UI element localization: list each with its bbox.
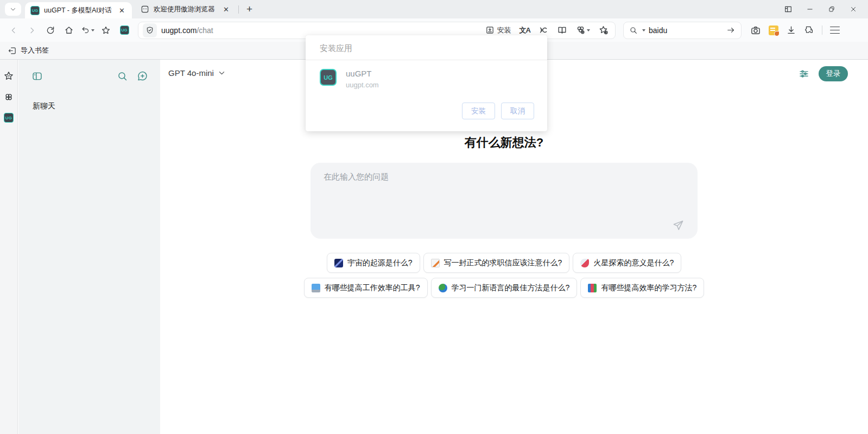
app-domain: uugpt.com (346, 81, 379, 89)
rocket-icon (580, 259, 589, 267)
forward-icon (27, 25, 37, 35)
reader-mode-icon[interactable] (557, 25, 567, 35)
flower-add-icon (575, 25, 586, 35)
shield-check-icon (145, 26, 154, 35)
omnibox-actions: 安装 文A (485, 25, 611, 35)
browser-window: UG uuGPT - 多模型AI对话 ✕ 欢迎使用傲游浏览器 ✕ + (0, 0, 868, 434)
add-favorite-icon[interactable] (598, 25, 609, 35)
globe-icon (439, 284, 447, 292)
chat-sidebar: 新聊天 (18, 60, 160, 434)
tab-title: 欢迎使用傲游浏览器 (154, 5, 217, 14)
favorites-button[interactable] (98, 22, 114, 39)
new-chat-item[interactable]: 新聊天 (33, 101, 160, 111)
restore-button[interactable] (825, 2, 839, 16)
notes-icon[interactable] (769, 25, 778, 35)
back-icon (9, 25, 18, 35)
uugpt-app-button[interactable]: UG (116, 22, 132, 39)
suggestion-button[interactable]: 宇宙的起源是什么? (327, 253, 420, 273)
import-bookmarks-button[interactable]: 导入书签 (8, 46, 49, 55)
workspace-panel-button[interactable] (781, 2, 795, 16)
url-path: /chat (197, 26, 213, 35)
tab-separator (238, 5, 239, 14)
new-tab-button[interactable]: + (242, 3, 257, 15)
suggestion-button[interactable]: 写一封正式的求职信应该注意什么? (423, 253, 570, 273)
search-box[interactable]: baidu (623, 22, 742, 39)
favorites-star-face-icon[interactable] (3, 71, 14, 81)
read-aloud-icon[interactable] (538, 25, 549, 35)
install-chip-label: 安装 (497, 25, 511, 35)
uugpt-favicon: UG (30, 6, 40, 15)
settings-sliders-icon[interactable] (799, 68, 809, 79)
undo-icon (81, 25, 90, 35)
browser-side-rail: UG (0, 60, 18, 434)
new-chat-icon[interactable] (137, 71, 148, 82)
suggestion-button[interactable]: 有哪些提高工作效率的工具? (304, 278, 428, 298)
dropdown-caret-icon (91, 29, 94, 31)
restore-icon (828, 5, 835, 13)
chevron-down-icon (218, 69, 226, 77)
galaxy-icon (334, 259, 343, 267)
import-bookmarks-label: 导入书签 (21, 46, 49, 55)
dialog-body: UG uuGPT uugpt.com (306, 60, 547, 89)
translate-icon[interactable]: 文A (519, 25, 530, 35)
suggestion-label: 有哪些提高工作效率的工具? (325, 283, 420, 293)
toolbar-right-actions (750, 25, 840, 36)
uugpt-sidebar-app-icon[interactable]: UG (4, 113, 14, 123)
tab-uugpt[interactable]: UG uuGPT - 多模型AI对话 ✕ (25, 2, 132, 18)
install-app-button[interactable]: 安装 (485, 25, 511, 35)
forward-button[interactable] (24, 22, 40, 39)
dialog-footer: 安装 取消 (462, 103, 534, 119)
back-button[interactable] (5, 22, 22, 39)
search-icon (629, 26, 638, 35)
main-menu-button[interactable] (830, 27, 840, 34)
suggestion-label: 学习一门新语言的最佳方法是什么? (452, 283, 570, 293)
tab-welcome[interactable]: 欢迎使用傲游浏览器 ✕ (136, 1, 235, 17)
smiley-favicon (141, 5, 149, 14)
reload-button[interactable] (42, 22, 59, 39)
dialog-cancel-button[interactable]: 取消 (501, 103, 534, 119)
suggestion-label: 写一封正式的求职信应该注意什么? (444, 258, 562, 268)
tab-list-menu-button[interactable] (5, 3, 21, 16)
books-icon (588, 284, 597, 292)
minimize-icon (806, 5, 814, 13)
close-window-button[interactable] (846, 2, 860, 16)
screenshot-camera-icon[interactable] (750, 25, 761, 36)
apps-flower-icon[interactable] (3, 92, 14, 103)
prompt-input-container (311, 163, 698, 239)
window-controls (781, 2, 868, 16)
suggestion-button[interactable]: 火星探索的意义是什么? (573, 253, 681, 273)
dialog-install-button[interactable]: 安装 (462, 103, 495, 119)
suggestion-button[interactable]: 有哪些提高效率的学习方法? (580, 278, 704, 298)
memo-icon (431, 259, 440, 267)
home-button[interactable] (61, 22, 77, 39)
minimize-button[interactable] (803, 2, 817, 16)
suggestion-prompts: 宇宙的起源是什么? 写一封正式的求职信应该注意什么? 火星探索的意义是什么? 有… (311, 253, 698, 298)
search-engine-caret-icon[interactable] (642, 29, 645, 31)
model-selector[interactable]: GPT 4o-mini (168, 68, 226, 78)
download-icon[interactable] (786, 25, 796, 35)
app-icon: UG (320, 69, 337, 86)
chat-header-actions: 登录 (799, 66, 848, 81)
prompt-input[interactable] (311, 163, 698, 239)
extension-action-button[interactable] (575, 25, 590, 35)
split-layout-icon (784, 5, 793, 14)
collapse-sidebar-icon[interactable] (31, 71, 43, 82)
suggestion-button[interactable]: 学习一门新语言的最佳方法是什么? (431, 278, 578, 298)
search-value[interactable]: baidu (649, 26, 723, 35)
chevron-down-icon (10, 6, 16, 12)
search-chats-icon[interactable] (117, 71, 128, 82)
send-icon[interactable] (672, 219, 685, 232)
star-icon (101, 25, 111, 35)
tab-close-icon[interactable]: ✕ (221, 5, 231, 14)
login-button[interactable]: 登录 (819, 66, 848, 81)
undo-closed-tab-button[interactable] (79, 22, 96, 39)
dialog-title: 安装应用 (306, 35, 547, 60)
go-arrow-icon[interactable] (726, 25, 736, 35)
suggestion-label: 火星探索的意义是什么? (593, 258, 674, 268)
extensions-puzzle-icon[interactable] (804, 25, 814, 35)
tab-close-icon[interactable]: ✕ (117, 6, 126, 15)
site-security-chip[interactable] (143, 23, 157, 37)
close-icon (850, 5, 857, 13)
dropdown-caret-icon (587, 29, 590, 31)
url-text[interactable]: uugpt.com/chat (161, 26, 481, 35)
